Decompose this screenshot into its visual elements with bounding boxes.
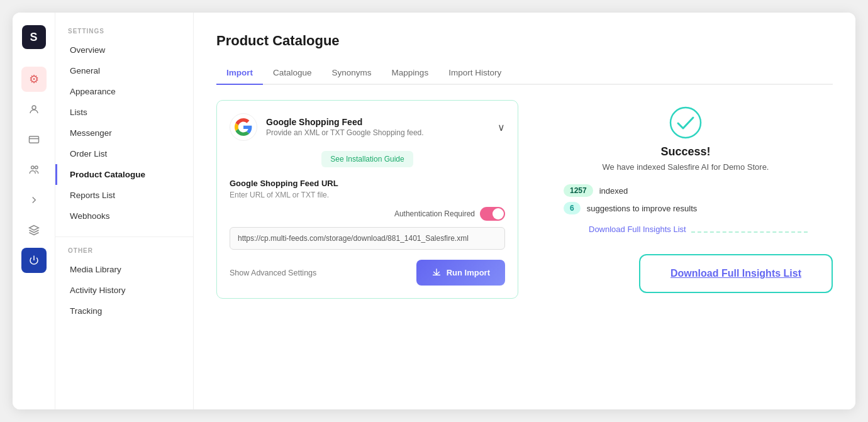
tab-import[interactable]: Import <box>216 62 263 85</box>
icon-rail: S ⚙ <box>13 13 55 409</box>
run-import-button[interactable]: Run Import <box>416 260 505 286</box>
page-title: Product Catalogue <box>216 33 833 49</box>
indexed-badge: 1257 <box>564 184 593 197</box>
feed-footer: Show Advanced Settings Run Import <box>230 260 505 286</box>
auth-row: Authentication Required <box>230 207 505 221</box>
sidebar-item-appearance[interactable]: Appearance <box>55 81 193 102</box>
chevron-down-icon[interactable]: ∨ <box>498 121 505 133</box>
rail-icon-card[interactable] <box>21 127 47 152</box>
download-box: Download Full Insights List <box>639 254 833 293</box>
suggestions-badge: 6 <box>564 202 581 214</box>
sidebar-item-media-library[interactable]: Media Library <box>55 259 193 280</box>
suggestions-label: suggestions to improve results <box>587 204 698 213</box>
feed-card: Google Shopping Feed Provide an XML or T… <box>216 100 518 299</box>
feed-header: Google Shopping Feed Provide an XML or T… <box>230 113 505 141</box>
stats-row: 1257 indexed 6 suggestions to improve re… <box>564 184 697 214</box>
rail-icon-arrow[interactable] <box>21 187 47 213</box>
feed-header-left: Google Shopping Feed Provide an XML or T… <box>230 113 424 141</box>
tab-mappings[interactable]: Mappings <box>382 62 439 85</box>
rail-icon-layers[interactable] <box>21 218 47 243</box>
right-panel: Success! We have indexed Salesfire AI fo… <box>538 100 833 299</box>
svg-point-6 <box>670 108 701 138</box>
tabs-bar: Import Catalogue Synonyms Mappings Impor… <box>216 62 833 85</box>
download-link-row: Download Full Insights List <box>564 225 808 239</box>
feed-url-section: Google Shopping Feed URL Enter URL of XM… <box>230 179 505 260</box>
svg-point-0 <box>32 106 36 109</box>
sidebar-item-reports-list[interactable]: Reports List <box>55 185 193 206</box>
sidebar-item-product-catalogue[interactable]: Product Catalogue <box>55 164 193 185</box>
auth-label: Authentication Required <box>394 209 475 218</box>
sidebar-item-messenger[interactable]: Messenger <box>55 123 193 143</box>
tab-catalogue[interactable]: Catalogue <box>263 62 322 85</box>
indexed-label: indexed <box>599 186 628 196</box>
svg-point-4 <box>35 166 38 169</box>
indexed-stat: 1257 indexed <box>564 184 697 197</box>
see-installation-button[interactable]: See Installation Guide <box>321 151 413 167</box>
feed-title: Google Shopping Feed <box>266 117 424 127</box>
url-input[interactable] <box>230 227 505 250</box>
feed-logo <box>230 113 257 141</box>
download-box-link[interactable]: Download Full Insights List <box>670 268 801 279</box>
download-icon <box>431 267 442 279</box>
sidebar-item-activity-history[interactable]: Activity History <box>55 280 193 301</box>
content-area: Google Shopping Feed Provide an XML or T… <box>216 100 833 299</box>
sidebar-item-webhooks[interactable]: Webhooks <box>55 206 193 226</box>
suggestions-stat: 6 suggestions to improve results <box>564 202 697 214</box>
download-full-insights-link[interactable]: Download Full Insights List <box>589 225 686 234</box>
tab-import-history[interactable]: Import History <box>438 62 511 85</box>
url-desc: Enter URL of XML or TXT file. <box>230 191 505 199</box>
rail-icon-power[interactable] <box>21 248 47 273</box>
svg-point-3 <box>31 166 34 169</box>
sidebar-item-general[interactable]: General <box>55 60 193 81</box>
success-title: Success! <box>660 145 710 158</box>
rail-icon-gear[interactable]: ⚙ <box>21 67 47 92</box>
sidebar: SETTINGS Overview General Appearance Lis… <box>55 13 194 409</box>
feed-subtitle: Provide an XML or TXT Google Shopping fe… <box>266 128 424 137</box>
sidebar-divider <box>55 236 193 237</box>
sidebar-item-order-list[interactable]: Order List <box>55 143 193 164</box>
rail-icon-users[interactable] <box>21 157 47 182</box>
tab-synonyms[interactable]: Synonyms <box>322 62 382 85</box>
success-subtitle: We have indexed Salesfire AI for Demo St… <box>603 162 769 172</box>
auth-toggle[interactable] <box>480 207 505 221</box>
rail-icon-user[interactable] <box>21 97 47 122</box>
run-import-label: Run Import <box>447 268 490 277</box>
show-advanced-button[interactable]: Show Advanced Settings <box>230 269 316 277</box>
url-label: Google Shopping Feed URL <box>230 179 505 188</box>
main-content: Product Catalogue Import Catalogue Synon… <box>194 13 855 409</box>
success-icon <box>669 106 702 139</box>
other-section-label: OTHER <box>55 247 193 254</box>
settings-section-label: SETTINGS <box>55 28 193 35</box>
app-logo: S <box>22 25 46 49</box>
svg-rect-1 <box>29 136 38 143</box>
sidebar-item-overview[interactable]: Overview <box>55 40 193 60</box>
sidebar-item-lists[interactable]: Lists <box>55 102 193 123</box>
sidebar-item-tracking[interactable]: Tracking <box>55 301 193 321</box>
svg-marker-5 <box>29 226 38 231</box>
